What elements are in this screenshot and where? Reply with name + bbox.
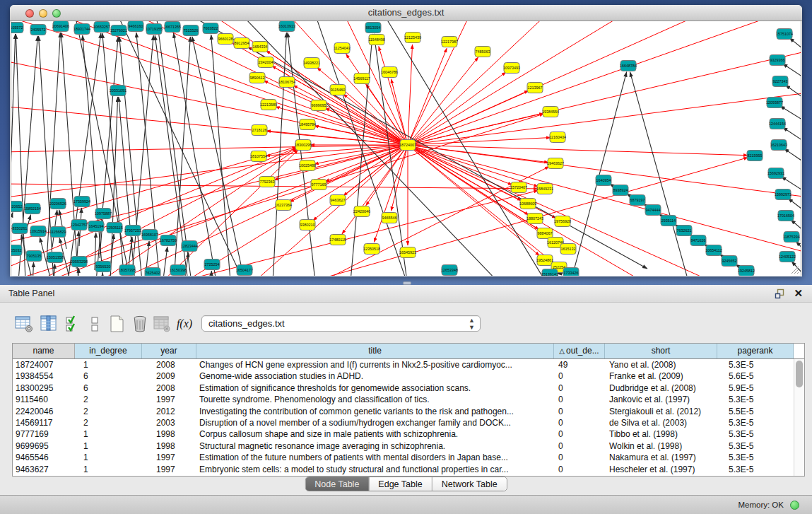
graph-node[interactable]: 12505115 bbox=[106, 223, 123, 233]
table-row[interactable]: 1830029562008Estimation of significance … bbox=[13, 382, 804, 394]
graph-node[interactable]: 7632621 bbox=[676, 226, 692, 236]
delete-table-icon[interactable] bbox=[152, 313, 172, 334]
graph-node[interactable]: 10025488 bbox=[299, 160, 316, 171]
graph-node[interactable]: 1213967 bbox=[527, 83, 543, 93]
graph-node[interactable]: 9465546 bbox=[382, 213, 397, 223]
graph-node[interactable]: 9777169 bbox=[311, 180, 326, 190]
graph-node[interactable]: 16046786 bbox=[381, 67, 398, 78]
graph-node[interactable]: 19524861 bbox=[536, 255, 553, 266]
graph-node[interactable]: 20691406 bbox=[52, 21, 69, 32]
resize-grip-icon[interactable] bbox=[789, 264, 799, 274]
graph-node[interactable]: 12405122 bbox=[779, 252, 796, 262]
column-header-out_de[interactable]: △out_de... bbox=[554, 344, 605, 358]
graph-node[interactable]: 11875394 bbox=[783, 232, 800, 243]
graph-node[interactable]: 2718126 bbox=[252, 125, 267, 136]
graph-node[interactable]: 2620652 bbox=[11, 201, 23, 212]
scrollbar-thumb[interactable] bbox=[796, 361, 803, 387]
graph-node[interactable]: 1654334 bbox=[252, 42, 268, 52]
graph-node[interactable]: 7515526 bbox=[183, 25, 199, 36]
graph-node[interactable]: 16545923 bbox=[399, 247, 416, 258]
graph-node[interactable]: 7485063 bbox=[475, 47, 490, 57]
table-scrollbar[interactable] bbox=[794, 359, 804, 476]
graph-node[interactable]: 18724007 bbox=[399, 140, 416, 151]
graph-node[interactable]: 8912954 bbox=[234, 38, 249, 49]
graph-node[interactable]: 8471626 bbox=[690, 235, 706, 246]
graph-node[interactable]: 9245652 bbox=[722, 256, 737, 267]
graph-node[interactable]: 15276021 bbox=[110, 25, 127, 36]
graph-node[interactable]: 9699695 bbox=[311, 100, 326, 111]
network-canvas[interactable]: 2105572240557220691406189317441065325715… bbox=[11, 21, 801, 276]
graph-node[interactable]: 15692931 bbox=[767, 168, 784, 179]
graph-node[interactable]: 16648784 bbox=[620, 61, 637, 71]
graph-node[interactable]: 20553298 bbox=[71, 257, 88, 267]
graph-node[interactable]: 9463627 bbox=[330, 195, 346, 206]
graph-node[interactable]: 16210643 bbox=[770, 140, 787, 151]
graph-node[interactable]: 8938924 bbox=[613, 185, 628, 196]
graph-node[interactable]: 12823444 bbox=[181, 241, 198, 252]
graph-node[interactable]: 2105572 bbox=[11, 23, 23, 33]
graph-node[interactable]: 7663822 bbox=[203, 23, 218, 34]
graph-node[interactable]: 12653348 bbox=[441, 265, 458, 276]
graph-node[interactable]: 15051358 bbox=[47, 252, 64, 263]
graph-node[interactable]: 2725254 bbox=[204, 259, 220, 270]
graph-node[interactable]: 9466160 bbox=[128, 21, 143, 32]
graph-node[interactable]: 16671355 bbox=[164, 22, 181, 33]
graph-node[interactable]: 11156829 bbox=[49, 227, 66, 238]
graph-node[interactable]: 19245812 bbox=[738, 266, 755, 276]
graph-node[interactable]: 9380210 bbox=[300, 220, 315, 230]
table-row[interactable]: 946362711997Embryonic stem cells: a mode… bbox=[13, 464, 804, 475]
select-all-icon[interactable] bbox=[64, 313, 83, 334]
graph-node[interactable]: 15720407 bbox=[510, 182, 527, 193]
graph-node[interactable]: 12160434 bbox=[549, 132, 566, 143]
graph-node[interactable]: 15892154 bbox=[24, 204, 41, 214]
graph-node[interactable]: 6879197 bbox=[630, 195, 645, 206]
table-row[interactable]: 969969511998Structural magnetic resonanc… bbox=[13, 440, 804, 452]
graph-node[interactable]: 8350261 bbox=[12, 223, 28, 234]
graph-node[interactable]: 18106754 bbox=[278, 77, 295, 88]
column-header-year[interactable]: year bbox=[142, 344, 196, 358]
graph-node[interactable]: 12217987 bbox=[441, 37, 458, 47]
graph-node[interactable]: 10688609 bbox=[519, 199, 536, 209]
column-header-short[interactable]: short bbox=[605, 344, 717, 358]
column-header-name[interactable]: name bbox=[13, 344, 75, 358]
graph-node[interactable]: 16782759 bbox=[160, 235, 177, 246]
graph-node[interactable]: 20331091 bbox=[110, 86, 126, 96]
show-columns-icon[interactable] bbox=[39, 313, 59, 334]
table-row[interactable]: 1872400712008Changes of HCN gene express… bbox=[13, 359, 804, 370]
graph-node[interactable]: 18357395 bbox=[119, 265, 136, 276]
table-row[interactable]: 1938455462009Genome-wide association stu… bbox=[13, 370, 804, 382]
graph-node[interactable]: 9660128 bbox=[218, 34, 233, 45]
deselect-all-icon[interactable] bbox=[86, 313, 105, 334]
graph-node[interactable]: 20206526 bbox=[49, 199, 66, 209]
table-row[interactable]: 977716911998Corpus callosum shape and si… bbox=[13, 428, 804, 440]
close-panel-icon[interactable]: ✕ bbox=[794, 287, 803, 300]
graph-node[interactable]: 13915914 bbox=[30, 226, 47, 237]
graph-node[interactable]: 12942757 bbox=[71, 220, 88, 230]
graph-node[interactable]: 9329366 bbox=[770, 55, 785, 66]
graph-node[interactable]: 12213589 bbox=[260, 100, 277, 110]
graph-node[interactable]: 12444154 bbox=[769, 119, 786, 129]
table-selector-dropdown[interactable]: citations_edges.txt ▲▼ bbox=[201, 315, 481, 332]
graph-node[interactable]: 16237364 bbox=[275, 200, 292, 211]
graph-node[interactable]: 16958107 bbox=[141, 230, 158, 240]
column-header-title[interactable]: title bbox=[196, 344, 554, 358]
graph-node[interactable]: 10973493 bbox=[503, 63, 520, 74]
create-column-icon[interactable] bbox=[107, 313, 126, 334]
graph-node[interactable]: 9115460 bbox=[330, 85, 346, 95]
tab-network-table[interactable]: Network Table bbox=[433, 477, 507, 491]
graph-node[interactable]: 18931744 bbox=[73, 24, 90, 35]
graph-node[interactable]: 14569117 bbox=[353, 74, 370, 84]
graph-node[interactable]: 16150398 bbox=[170, 265, 187, 276]
graph-node[interactable]: 10719155 bbox=[146, 24, 163, 35]
graph-node[interactable]: 11254043 bbox=[334, 43, 351, 54]
window-titlebar[interactable]: citations_edges.txt bbox=[10, 5, 802, 21]
graph-node[interactable]: 18495784 bbox=[299, 119, 316, 130]
graph-node[interactable]: 19756928 bbox=[554, 216, 571, 227]
citation-network-graph[interactable]: 2105572240557220691406189317441065325715… bbox=[11, 21, 801, 276]
table-row[interactable]: 911546021997Tourette syndrome. Phenomeno… bbox=[13, 394, 804, 405]
graph-node[interactable]: 2342004 bbox=[258, 57, 273, 68]
graph-node[interactable]: 1640954 bbox=[596, 175, 611, 186]
graph-node[interactable]: 8215955 bbox=[747, 151, 763, 161]
graph-node[interactable]: 2405572 bbox=[30, 25, 46, 35]
graph-node[interactable]: 9890612 bbox=[249, 73, 265, 83]
